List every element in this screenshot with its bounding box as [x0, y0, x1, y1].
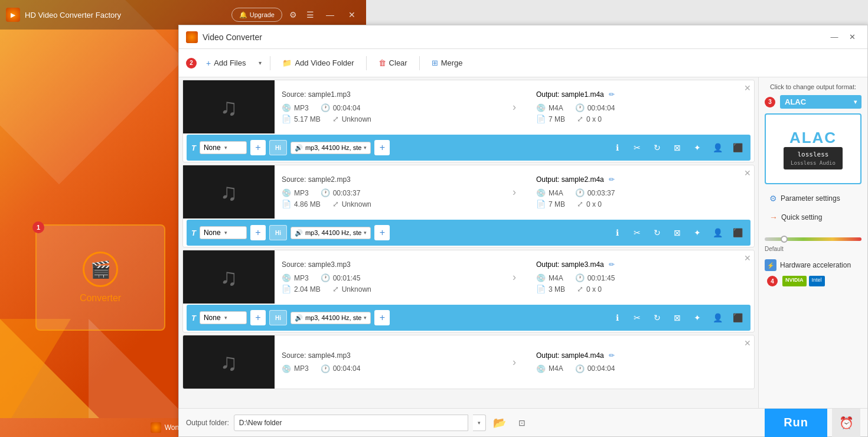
- file-3-duration: 🕐 00:01:45: [321, 273, 361, 282]
- close-main-button[interactable]: ✕: [344, 8, 360, 22]
- clear-label: Clear: [389, 58, 407, 67]
- ctrl-hi-3[interactable]: Hi: [269, 310, 287, 325]
- rotate-icon-1[interactable]: ↻: [649, 139, 665, 156]
- crop-icon-3[interactable]: ⊠: [669, 309, 686, 326]
- file-2-thumbnail: ♫: [183, 165, 275, 218]
- upgrade-button[interactable]: 🔔 Upgrade: [231, 8, 282, 22]
- duration-icon-1: 🕐: [321, 103, 330, 112]
- out-3-duration-val: 00:01:45: [588, 274, 615, 282]
- file-3-size-val: 2.04 MB: [294, 285, 321, 293]
- merge-button[interactable]: ⊞ Merge: [425, 56, 470, 70]
- dialog-close-button[interactable]: ✕: [844, 29, 860, 45]
- edit-output-1-button[interactable]: ✏: [609, 90, 615, 99]
- ctrl-add-3[interactable]: +: [250, 310, 266, 325]
- info-icon-2[interactable]: ℹ: [609, 224, 625, 241]
- clear-button[interactable]: 🗑 Clear: [371, 56, 415, 70]
- close-item-1-button[interactable]: ✕: [744, 83, 751, 93]
- audio-selector-2[interactable]: 🔊 mp3, 44100 Hz, ste ▾: [291, 227, 371, 239]
- ctrl-add-2b[interactable]: +: [374, 225, 390, 240]
- ctrl-hi-2[interactable]: Hi: [269, 225, 287, 240]
- file-1-dim-val: Unknown: [342, 115, 371, 123]
- quality-slider-thumb[interactable]: [781, 236, 788, 243]
- screenshot-button[interactable]: ⊡: [513, 415, 531, 431]
- person-icon-3[interactable]: 👤: [709, 309, 726, 326]
- taskbar-icon: [151, 422, 161, 433]
- ctrl-add-2[interactable]: +: [250, 225, 266, 240]
- close-item-4-button[interactable]: ✕: [744, 338, 751, 348]
- file-3-meta: 💿 MP3 🕐 00:01:45: [282, 273, 492, 282]
- rotate-icon-2[interactable]: ↻: [649, 224, 665, 241]
- file-3-format: 💿 MP3: [282, 273, 309, 282]
- person-icon-1[interactable]: 👤: [709, 139, 726, 156]
- close-item-3-button[interactable]: ✕: [744, 253, 751, 263]
- settings-icon-button[interactable]: ⚙: [287, 8, 299, 22]
- output-path-input[interactable]: [234, 415, 469, 431]
- subtitle-icon-2[interactable]: ⬛: [729, 224, 746, 241]
- crop-icon-2[interactable]: ⊠: [669, 224, 686, 241]
- parameter-settings-button[interactable]: ⚙ Parameter settings: [765, 190, 862, 207]
- audio-selector-1[interactable]: 🔊 mp3, 44100 Hz, ste ▾: [291, 142, 371, 154]
- file-2-source: Source: sample2.mp3: [282, 175, 492, 184]
- effect-icon-1[interactable]: ✦: [689, 139, 706, 156]
- rotate-icon-3[interactable]: ↻: [649, 309, 665, 326]
- format-dropdown[interactable]: ALAC ▾: [780, 95, 862, 109]
- none-dropdown-3[interactable]: None ▾: [200, 311, 247, 324]
- alarm-icon: ⏰: [839, 416, 854, 430]
- crop-icon-1[interactable]: ⊠: [669, 139, 686, 156]
- info-icon-1[interactable]: ℹ: [609, 139, 625, 156]
- audio-info-1: mp3, 44100 Hz, ste: [305, 144, 361, 151]
- person-icon-2[interactable]: 👤: [709, 224, 726, 241]
- audio-icon-1: 🔊: [295, 144, 303, 152]
- dialog-minimize-button[interactable]: —: [826, 29, 843, 45]
- file-2-output-meta2: 📄 7 MB ⤢ 0 x 0: [536, 200, 747, 208]
- cut-icon-3[interactable]: ✂: [629, 309, 645, 326]
- ctrl-add-3b[interactable]: +: [374, 310, 390, 325]
- edit-output-4-button[interactable]: ✏: [609, 351, 615, 360]
- quality-slider-track[interactable]: [765, 237, 862, 241]
- alac-big-text: ALAC: [789, 129, 837, 147]
- file-4-output-header: Output: sample4.m4a ✏: [536, 351, 747, 360]
- cut-icon-2[interactable]: ✂: [629, 224, 645, 241]
- out-2-dim: ⤢ 0 x 0: [577, 200, 602, 208]
- output-path-dropdown-button[interactable]: ▾: [473, 415, 486, 431]
- run-button[interactable]: Run: [765, 409, 827, 437]
- open-folder-button[interactable]: 📂: [491, 415, 508, 431]
- add-video-folder-button[interactable]: 📁 Add Video Folder: [275, 56, 361, 70]
- dialog-bottom-bar: Output folder: ▾ 📂 ⊡ Run ⏰: [179, 408, 867, 436]
- subtitle-icon-3[interactable]: ⬛: [729, 309, 746, 326]
- info-icon-3[interactable]: ℹ: [609, 309, 625, 326]
- audio-icon-2: 🔊: [295, 229, 303, 237]
- audio-selector-3[interactable]: 🔊 mp3, 44100 Hz, ste ▾: [291, 312, 371, 324]
- none-dropdown-1[interactable]: None ▾: [200, 141, 247, 154]
- edit-output-2-button[interactable]: ✏: [609, 175, 615, 184]
- ctrl-add-1b[interactable]: +: [374, 140, 390, 155]
- cut-icon-1[interactable]: ✂: [629, 139, 645, 156]
- out-format-icon-1: 💿: [536, 103, 546, 112]
- subtitle-icon-1[interactable]: ⬛: [729, 139, 746, 156]
- file-4-thumbnail: ♫: [183, 335, 275, 389]
- format-icon-1: 💿: [282, 103, 291, 112]
- add-files-button[interactable]: + Add Files: [199, 56, 253, 71]
- file-2-dim-val: Unknown: [342, 200, 371, 208]
- file-list[interactable]: ♫ Source: sample1.mp3 💿 MP3 🕐 00:04:04: [179, 77, 758, 408]
- effect-icon-3[interactable]: ✦: [689, 309, 706, 326]
- quick-setting-button[interactable]: → Quick setting: [765, 209, 862, 226]
- menu-icon-button[interactable]: ☰: [304, 8, 316, 22]
- effect-icon-2[interactable]: ✦: [689, 224, 706, 241]
- close-item-2-button[interactable]: ✕: [744, 168, 751, 178]
- control-bar-3: T None ▾ + Hi 🔊 mp3, 44100 Hz, ste ▾ + ℹ: [187, 305, 750, 331]
- alarm-button[interactable]: ⏰: [832, 409, 860, 437]
- converter-widget[interactable]: 🎬 Converter: [35, 224, 165, 331]
- ctrl-add-1[interactable]: +: [250, 140, 266, 155]
- merge-label: Merge: [441, 58, 463, 67]
- edit-output-3-button[interactable]: ✏: [609, 260, 615, 269]
- dialog-main-content: ♫ Source: sample1.mp3 💿 MP3 🕐 00:04:04: [179, 77, 867, 408]
- file-2-output-meta: 💿 M4A 🕐 00:03:37: [536, 188, 747, 197]
- file-1-size: 📄 5.17 MB: [282, 115, 321, 123]
- file-3-output: Output: sample3.m4a ✏ 💿 M4A 🕐 00:01:45: [529, 250, 754, 304]
- none-dropdown-2[interactable]: None ▾: [200, 226, 247, 239]
- toolbar-separator-2: [366, 56, 367, 70]
- ctrl-hi-1[interactable]: Hi: [269, 140, 287, 155]
- minimize-main-button[interactable]: —: [321, 8, 339, 22]
- add-files-dropdown[interactable]: ▾: [255, 57, 265, 69]
